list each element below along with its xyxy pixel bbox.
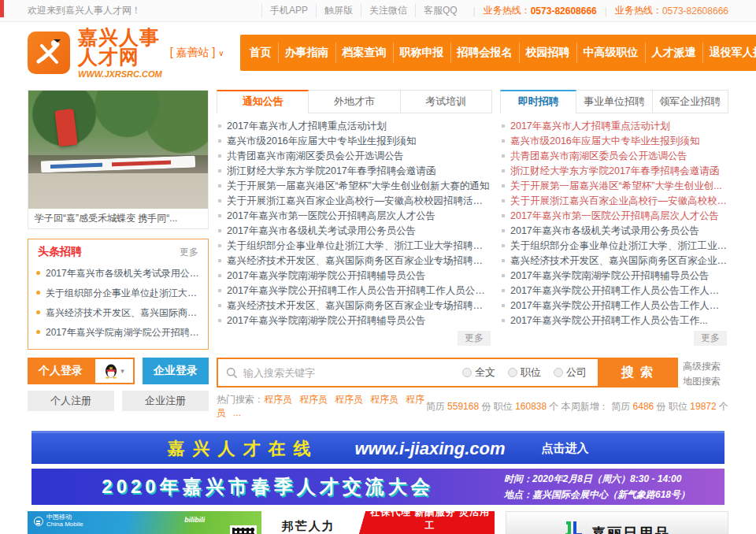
nav-item[interactable]: 人才派遣	[645, 43, 702, 63]
job-item[interactable]: 2017年嘉兴学院公开招聘工作人员公告工作人员...	[502, 284, 727, 299]
job-item[interactable]: 关于开展第一届嘉兴港区“希望杯”大学生创业创...	[502, 179, 727, 194]
jobs-more-link[interactable]: 更多	[694, 331, 727, 346]
notice-item[interactable]: 2017年嘉兴市人才招聘重点活动计划	[218, 119, 491, 134]
nav-item[interactable]: 档案查询	[335, 43, 393, 63]
notice-item[interactable]: 嘉兴经济技术开发区、嘉兴国际商务区百家企业专场招聘会公告	[218, 254, 491, 269]
hot-search-term[interactable]: 程序员	[370, 394, 398, 405]
notice-item[interactable]: 关于开展浙江嘉兴百家企业高校行—安徽高校校园招聘活动的通...	[218, 194, 491, 209]
notice-more-link[interactable]: 更多	[458, 331, 491, 346]
nav-item[interactable]: 首页	[243, 43, 278, 63]
bullet-square-icon	[218, 229, 221, 232]
headline-item[interactable]: 2017年嘉兴市各级机关考试录用公务...	[36, 264, 200, 284]
personal-login-button[interactable]: 个人登录	[28, 358, 94, 384]
notice-item[interactable]: 关于开展第一届嘉兴港区“希望杯”大学生创业创新大赛的通知	[218, 179, 491, 194]
scope-fulltext-radio[interactable]: 全文	[462, 365, 495, 380]
hot-search-term[interactable]: 程序员	[335, 394, 363, 405]
hot-search-term[interactable]: ...	[233, 407, 241, 418]
hot-search-term[interactable]: 程序员	[299, 394, 328, 405]
job-item[interactable]: 2017年嘉兴学院公开招聘工作人员公告工作人员...	[502, 299, 727, 313]
carousel-caption[interactable]: 学子回“嘉”感受禾城蝶变 携手同“...	[28, 209, 208, 228]
bullet-square-icon	[502, 139, 505, 143]
photo-flag-shape	[55, 109, 78, 147]
headline-item[interactable]: 2017年嘉兴学院南湖学院公开招聘辅...	[36, 323, 200, 343]
divider: |	[473, 6, 476, 17]
scope-position-radio[interactable]: 职位	[508, 365, 541, 380]
bangmang-hr-ad[interactable]: 邦芒人力 50bm.com 社保代理 薪酬服务 灵活用工 业务外包 人事代理 求…	[272, 511, 494, 534]
nav-item[interactable]: 招聘会报名	[450, 43, 519, 63]
china-mobile-ad[interactable]: 中国移动China Mobile bilibili 移动花卡 季度会员	[28, 511, 261, 534]
tab-exam-training[interactable]: 考试培训	[401, 90, 492, 113]
bullet-square-icon	[218, 274, 221, 277]
headline-more-link[interactable]: 更多	[180, 246, 198, 259]
topbar-link[interactable]: 手机APP	[261, 4, 316, 17]
notice-item-text: 2017年嘉兴学院公开招聘工作人员公告开招聘工作人员公告开...	[227, 285, 491, 296]
nav-item[interactable]: 职称申报	[393, 43, 450, 63]
job-item[interactable]: 关于开展浙江嘉兴百家企业高校行—安徽高校校园...	[502, 194, 727, 209]
job-item[interactable]: 嘉兴经济技术开发区、嘉兴国际商务区百家企业专...	[502, 254, 727, 269]
search-input[interactable]	[243, 367, 454, 379]
tab-instant-recruit[interactable]: 即时招聘	[500, 90, 576, 113]
search-box: 全文 职位 公司 搜索	[217, 358, 678, 388]
jaly-logo-icon	[563, 520, 584, 534]
scope-company-radio[interactable]: 公司	[554, 365, 587, 380]
job-item[interactable]: 2017年嘉兴市第一医院公开招聘高层次人才公告	[502, 209, 727, 224]
topbar-links: 手机APP触屏版关注微信客服QQ | 业务热线： 0573-82608666 |…	[261, 4, 728, 17]
site-title-block[interactable]: 嘉兴人事人才网 WWW.JXRSRC.COM	[78, 28, 162, 79]
notice-item[interactable]: 共青团嘉兴市南湖区委员会公开选调公告	[218, 149, 491, 164]
tab-leading-enterprise-recruit[interactable]: 领军企业招聘	[653, 90, 728, 113]
job-item[interactable]: 2017年嘉兴学院南湖学院公开招聘辅导员公告	[502, 269, 727, 284]
hot-search-term[interactable]: 程序员	[264, 394, 292, 405]
jiaxing-talent-online-banner[interactable]: 嘉兴人才在线 www.i-jiaxing.com 点击进入	[32, 431, 724, 464]
notice-item[interactable]: 2017年嘉兴市各级机关考试录用公务员公告	[218, 224, 491, 239]
carousel-photo[interactable]	[28, 91, 208, 209]
notice-item[interactable]: 嘉兴市级2016年应届大中专毕业生报到须知	[218, 134, 491, 149]
search-button[interactable]: 搜索	[598, 359, 676, 386]
nav-item[interactable]: 中高级职位	[576, 43, 645, 63]
map-search-link[interactable]: 地图搜索	[683, 374, 728, 389]
job-item[interactable]: 2017年嘉兴市人才招聘重点活动计划	[502, 119, 727, 134]
jaly-ad[interactable]: JALY 嘉丽日用品	[506, 511, 728, 534]
tab-notice-announcements[interactable]: 通知公告	[217, 90, 309, 113]
notice-item[interactable]: 2017年嘉兴学院公开招聘工作人员公告开招聘工作人员公告开...	[218, 284, 491, 299]
notice-item[interactable]: 嘉兴经济技术开发区、嘉兴国际商务区百家企业专场招聘会公告	[218, 299, 491, 313]
bullet-dot-icon	[36, 310, 40, 314]
jaly-logo: JALY	[563, 520, 584, 534]
nav-item[interactable]: 退役军人招聘	[702, 43, 756, 63]
notice-item[interactable]: 2017年嘉兴市第一医院公开招聘高层次人才公告	[218, 209, 491, 224]
advanced-search-link[interactable]: 高级搜索	[683, 359, 728, 374]
company-register-button[interactable]: 企业注册	[122, 391, 209, 411]
topbar-link[interactable]: 关注微信	[361, 4, 415, 17]
notice-item[interactable]: 2017年嘉兴学院南湖学院公开招聘辅导员公告	[218, 313, 491, 328]
edge-marker	[0, 0, 4, 17]
notice-item[interactable]: 浙江财经大学东方学院2017年春季招聘会邀请函	[218, 164, 491, 179]
headline-item-text: 2017年嘉兴市各级机关考试录用公务...	[46, 268, 200, 279]
job-item[interactable]: 2017年嘉兴市各级机关考试录用公务员公告	[502, 224, 727, 239]
qr-code	[230, 525, 257, 534]
job-item[interactable]: 浙江财经大学东方学院2017年春季招聘会邀请函	[502, 164, 727, 179]
notice-item[interactable]: 2017年嘉兴学院南湖学院公开招聘辅导员公告	[218, 269, 491, 284]
personal-register-button[interactable]: 个人注册	[28, 391, 114, 411]
job-item[interactable]: 共青团嘉兴市南湖区委员会公开选调公告	[502, 149, 727, 164]
topbar-link[interactable]: 触屏版	[316, 4, 361, 17]
job-item[interactable]: 2017年嘉兴学院公开招聘工作人员公告工作...	[502, 313, 727, 328]
site-header: 嘉兴人事人才网 WWW.JXRSRC.COM [ 嘉善站 ] ∨ 首页办事指南档…	[0, 22, 756, 83]
spring-job-fair-banner[interactable]: 2020年嘉兴市春季人才交流大会 时间：2020年2月8日（周六）8:30 - …	[32, 469, 724, 505]
notice-item[interactable]: 关于组织部分企事业单位赴浙江大学、浙江工业大学招聘人才的...	[218, 239, 491, 254]
banner2-time-label: 时间：	[504, 473, 532, 484]
stat-value: 559168	[447, 401, 479, 412]
nav-item[interactable]: 校园招聘	[519, 43, 576, 63]
tab-outside-talent-market[interactable]: 外地才市	[309, 90, 400, 113]
tab-public-institution-recruit[interactable]: 事业单位招聘	[576, 90, 652, 113]
nav-item[interactable]: 办事指南	[278, 43, 335, 63]
job-item[interactable]: 关于组织部分企事业单位赴浙江大学、浙江工业大...	[502, 239, 727, 254]
company-login-button[interactable]: 企业登录	[143, 358, 209, 384]
qq-login-button[interactable]: ▾	[94, 358, 135, 384]
headline-item[interactable]: 嘉兴经济技术开发区、嘉兴国际商务...	[36, 303, 200, 323]
site-logo-icon[interactable]	[28, 32, 70, 74]
job-item[interactable]: 嘉兴市级2016年应届大中专毕业生报到须知	[502, 134, 727, 149]
welcome-text: 欢迎来到嘉兴人事人才网！	[28, 4, 141, 17]
topbar-link[interactable]: 客服QQ	[415, 4, 465, 17]
station-selector[interactable]: [ 嘉善站 ] ∨	[170, 46, 224, 60]
hot-search-items: 热门搜索：程序员程序员程序员程序员程序员...	[217, 393, 426, 420]
headline-item[interactable]: 关于组织部分企事业单位赴浙江大学...	[36, 284, 200, 303]
